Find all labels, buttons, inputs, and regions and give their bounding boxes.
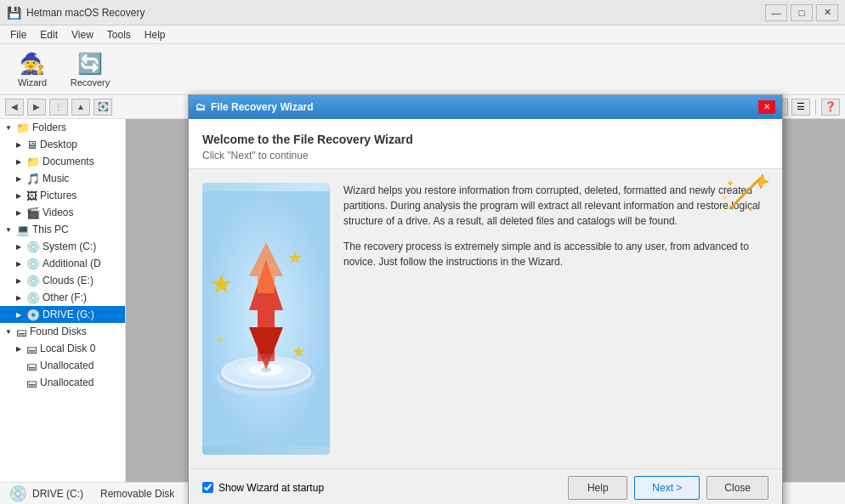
systemc-toggle[interactable]: ▶ [14,241,24,252]
toolbar: 🧙 Wizard 🔄 Recovery [0,44,845,95]
drive-status: 💿 DRIVE (C:) [9,484,83,503]
founddisks-toggle[interactable]: ▼ [3,326,14,337]
documents-icon: 📁 [26,156,40,168]
systemc-icon: 💿 [26,241,40,253]
wizard-toolbar-button[interactable]: 🧙 Wizard [7,48,58,92]
desktop-icon: 🖥 [26,139,37,151]
dialog-title: File Recovery Wizard [211,101,758,113]
sidebar-item-thispc[interactable]: ▼ 💻 This PC [0,221,125,238]
show-wizard-checkbox[interactable] [202,482,213,493]
unalloc2-icon: 🖴 [26,377,37,389]
show-wizard-label: Show Wizard at startup [218,482,324,494]
dialog-close-button[interactable]: ✕ [758,100,775,114]
desktop-label: Desktop [40,139,77,150]
videos-icon: 🎬 [26,207,40,219]
dialog-buttons: Help Next > Close [568,476,768,500]
desktop-toggle[interactable]: ▶ [14,139,24,150]
sidebar: ▼ 📁 Folders ▶ 🖥 Desktop ▶ 📁 Documents ▶ … [0,119,126,482]
dialog-titlebar-icon: 🗂 [196,101,206,113]
back-button[interactable]: ◀ [5,99,24,116]
dialog-header-title: Welcome to the File Recovery Wizard [202,133,768,146]
svg-text:✦: ✦ [726,178,734,190]
recovery-label: Recovery [71,77,110,88]
documents-label: Documents [43,156,94,167]
dialog-body-text-1: Wizard helps you restore information fro… [343,183,768,229]
otherf-label: Other (F:) [43,292,87,303]
sidebar-item-music[interactable]: ▶ 🎵 Music [0,170,125,187]
wand-icon: ✦ ✦ ★ [722,170,768,217]
sidebar-item-videos[interactable]: ▶ 🎬 Videos [0,204,125,221]
music-icon: 🎵 [26,173,40,185]
cloudse-icon: 💿 [26,275,40,287]
sidebar-item-pictures[interactable]: ▶ 🖼 Pictures [0,187,125,204]
app-icon: 💾 [7,6,21,20]
recovery-toolbar-button[interactable]: 🔄 Recovery [65,48,116,92]
help-nav-button[interactable]: ❓ [821,99,840,116]
driveg-toggle[interactable]: ▶ [14,309,24,320]
help-button[interactable]: Help [568,476,627,500]
videos-toggle[interactable]: ▶ [14,207,24,218]
separator-btn[interactable]: ⋮ [49,99,68,116]
driveg-label: DRIVE (G:) [43,309,94,320]
svg-text:★: ★ [287,248,303,267]
drive-status-icon: 💿 [9,484,27,503]
menu-edit[interactable]: Edit [33,27,65,42]
close-button[interactable]: Close [706,476,768,500]
drive-button[interactable]: 💽 [94,99,112,116]
minimize-button[interactable]: — [765,4,787,21]
thispc-toggle[interactable]: ▼ [3,224,14,235]
documents-toggle[interactable]: ▶ [14,156,24,167]
sidebar-item-unalloc1[interactable]: 🖴 Unallocated [0,357,125,374]
additional-icon: 💿 [26,258,40,270]
svg-marker-1 [758,174,768,189]
svg-point-20 [221,354,311,386]
drive-status-label: DRIVE (C:) [32,488,83,500]
up-button[interactable]: ▲ [71,99,90,116]
additional-toggle[interactable]: ▶ [14,258,24,269]
cloudse-toggle[interactable]: ▶ [14,275,24,286]
sidebar-item-folders[interactable]: ▼ 📁 Folders [0,119,125,136]
otherf-icon: 💿 [26,292,40,304]
wizard-illustration: ★ ★ ★ ✦ [202,191,330,446]
menu-view[interactable]: View [65,27,100,42]
dialog-header-subtitle: Click "Next" to continue [202,150,768,161]
next-button[interactable]: Next > [634,476,700,500]
title-bar: 💾 Hetman macOS Recovery — □ ✕ [0,0,845,25]
folders-toggle[interactable]: ▼ [3,122,14,133]
svg-text:✦: ✦ [215,333,225,347]
wizard-icon: 🧙 [20,52,45,76]
pictures-toggle[interactable]: ▶ [14,190,24,201]
systemc-label: System (C:) [43,241,96,252]
sidebar-item-systemc[interactable]: ▶ 💿 System (C:) [0,238,125,255]
founddisks-label: Found Disks [30,326,87,337]
content-area: 🗂 File Recovery Wizard ✕ Welcome to the … [126,119,845,482]
sidebar-item-otherf[interactable]: ▶ 💿 Other (F:) [0,289,125,306]
sidebar-item-cloudse[interactable]: ▶ 💿 Clouds (E:) [0,272,125,289]
menu-help[interactable]: Help [138,27,173,42]
music-toggle[interactable]: ▶ [14,173,24,184]
videos-label: Videos [43,207,73,218]
svg-text:★: ★ [722,194,728,201]
otherf-toggle[interactable]: ▶ [14,292,24,303]
dialog-header: Welcome to the File Recovery Wizard Clic… [189,119,782,169]
unalloc1-icon: 🖴 [26,360,37,372]
localdisk0-toggle[interactable]: ▶ [14,343,24,354]
sidebar-item-additional[interactable]: ▶ 💿 Additional (D [0,255,125,272]
forward-button[interactable]: ▶ [27,99,46,116]
dialog-body-text-2: The recovery process is extremely simple… [343,239,768,269]
sidebar-item-documents[interactable]: ▶ 📁 Documents [0,153,125,170]
modal-overlay: 🗂 File Recovery Wizard ✕ Welcome to the … [126,119,845,482]
sidebar-item-unalloc2[interactable]: 🖴 Unallocated [0,374,125,391]
sidebar-item-driveg[interactable]: ▶ 💿 DRIVE (G:) [0,306,125,323]
sidebar-item-desktop[interactable]: ▶ 🖥 Desktop [0,136,125,153]
maximize-button[interactable]: □ [791,4,813,21]
sidebar-item-founddisks[interactable]: ▼ 🖴 Found Disks [0,323,125,340]
menu-file[interactable]: File [3,27,33,42]
sidebar-item-localdisk0[interactable]: ▶ 🖴 Local Disk 0 [0,340,125,357]
file-recovery-wizard-dialog: 🗂 File Recovery Wizard ✕ Welcome to the … [188,94,783,505]
menu-tools[interactable]: Tools [100,27,138,42]
title-bar-controls: — □ ✕ [765,4,838,21]
columns-button[interactable]: ☰ [791,99,810,116]
app-close-button[interactable]: ✕ [816,4,838,21]
unalloc1-toggle [14,360,24,371]
